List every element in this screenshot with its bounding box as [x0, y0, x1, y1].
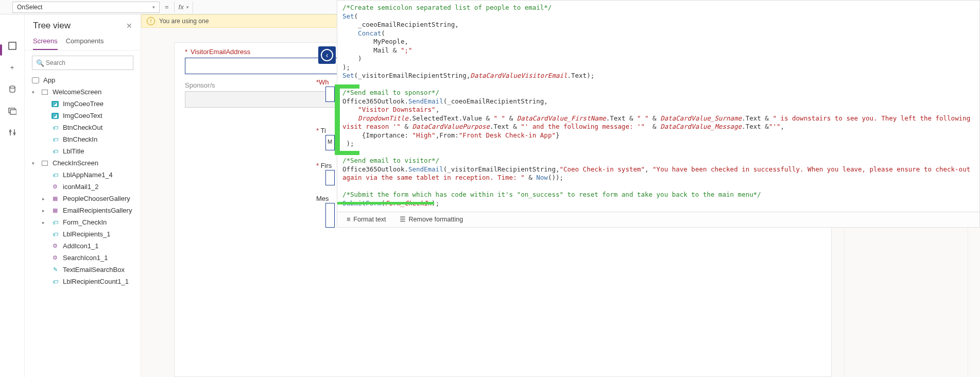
svg-point-2: [10, 86, 15, 88]
tree-item-imgtree[interactable]: ◪ImgCoeoTree: [25, 98, 141, 110]
search-icon: 🔍: [36, 59, 44, 67]
tree-item-checkin[interactable]: ▾CheckInScreen: [25, 157, 141, 169]
lbl-icon: 🏷: [51, 172, 59, 179]
tree-item-welcome[interactable]: ▾WelcomeScreen: [25, 86, 141, 98]
tree-item-iconmail[interactable]: ⚙iconMail1_2: [25, 181, 141, 193]
tree-item-lbltitle[interactable]: 🏷LblTitle: [25, 145, 141, 157]
tree-view-icon[interactable]: [8, 41, 17, 50]
treeview-title: Tree view: [33, 21, 71, 31]
tree-item-app[interactable]: App: [25, 74, 141, 86]
tree-item-imgtext[interactable]: ◪ImgCoeoText: [25, 110, 141, 122]
lbl-icon: 🏷: [51, 219, 59, 226]
tree-item-srchicn[interactable]: ⚙SearchIcon1_1: [25, 252, 141, 264]
tab-components[interactable]: Components: [66, 34, 104, 50]
lbl-icon: 🏷: [51, 136, 59, 143]
formula-equals: =: [160, 3, 174, 11]
settings-icon[interactable]: [8, 128, 17, 137]
tree-item-lblapp[interactable]: 🏷LblAppName1_4: [25, 169, 141, 181]
group-icon: ⚙: [51, 183, 59, 191]
img-icon: ◪: [51, 100, 59, 108]
tree-item-btnin[interactable]: 🏷BtnCheckIn: [25, 133, 141, 145]
warning-icon: !: [147, 17, 155, 25]
tree-item-btnout[interactable]: 🏷BtnCheckOut: [25, 122, 141, 133]
label-sponsor: Sponsor/s: [185, 81, 215, 89]
group-icon: ⚙: [51, 254, 59, 262]
lbl-icon: 🏷: [51, 278, 59, 285]
lbl-icon: 🏷: [51, 231, 59, 238]
svg-rect-0: [9, 42, 16, 49]
tree-item-form[interactable]: ▸🏷Form_CheckIn: [25, 216, 141, 228]
svg-rect-1: [9, 42, 16, 49]
formula-property-select[interactable]: OnSelect ▾: [12, 2, 160, 13]
tree-item-emailrec[interactable]: ▸▦EmailRecipientsGallery: [25, 204, 141, 216]
search-input[interactable]: [32, 56, 133, 70]
formula-fx[interactable]: fx: [175, 3, 193, 11]
group-icon: ⚙: [51, 243, 59, 250]
tree-item-people[interactable]: ▸▦PeopleChooserGallery: [25, 193, 141, 204]
tree-item-txtbox[interactable]: ✎TextEmailSearchBox: [25, 264, 141, 276]
lbl-icon: 🏷: [51, 148, 59, 155]
tree-item-lblrec[interactable]: 🏷LblRecipients_1: [25, 228, 141, 240]
remove-formatting-button[interactable]: ☰ Remove formatting: [400, 215, 463, 224]
screen-icon: [41, 160, 48, 167]
tree-item-lblcnt[interactable]: 🏷LblRecipientCount1_1: [25, 276, 141, 287]
format-text-button[interactable]: ≡ Format text: [347, 215, 386, 224]
lbl-icon: 🏷: [51, 124, 59, 131]
gal-icon: ▦: [51, 207, 59, 214]
close-icon[interactable]: ✕: [126, 22, 132, 30]
txt-icon: ✎: [51, 266, 59, 273]
gal-icon: ▦: [51, 195, 59, 202]
tree-item-addicn[interactable]: ⚙AddIcon1_1: [25, 240, 141, 252]
add-icon[interactable]: ＋: [8, 63, 17, 72]
media-icon[interactable]: [8, 106, 17, 115]
chevron-down-icon: ▾: [152, 5, 155, 10]
svg-point-7: [9, 131, 11, 132]
format-icon: ≡: [347, 215, 350, 224]
data-icon[interactable]: [8, 84, 17, 94]
formula-property-value: OnSelect: [17, 4, 42, 11]
img-icon: ◪: [51, 112, 59, 119]
svg-rect-4: [10, 110, 16, 114]
warning-text: You are using one: [159, 18, 209, 25]
formula-editor[interactable]: /*Create semicolon separated list of peo…: [337, 0, 980, 228]
back-button[interactable]: ‹: [318, 46, 336, 64]
remove-format-icon: ☰: [400, 215, 406, 224]
svg-point-8: [13, 133, 15, 134]
label-visitor-email: VisitorEmailAddress: [191, 48, 250, 56]
tree-list: App ▾WelcomeScreen◪ImgCoeoTree◪ImgCoeoTe…: [25, 74, 141, 377]
screen-icon: [41, 89, 48, 96]
tab-screens[interactable]: Screens: [33, 34, 58, 50]
